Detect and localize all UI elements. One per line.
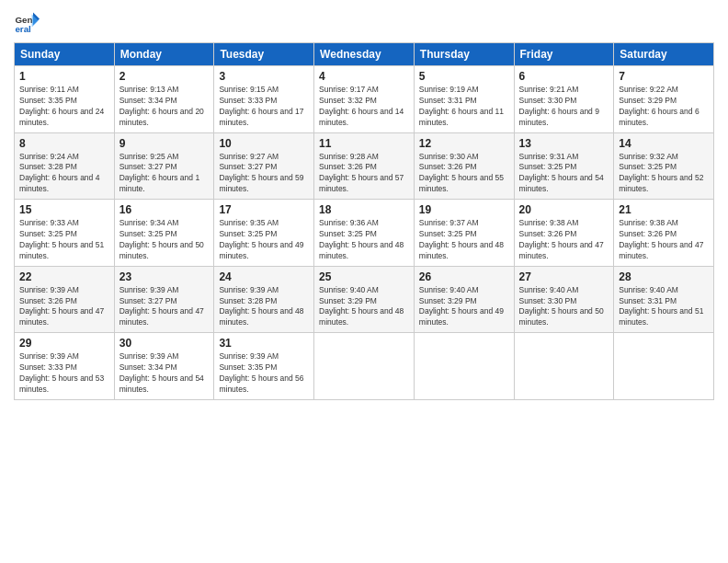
day-number: 2: [119, 70, 210, 83]
day-number: 31: [219, 337, 309, 350]
calendar-cell: [414, 333, 514, 400]
calendar-week-row: 22 Sunrise: 9:39 AM Sunset: 3:26 PM Dayl…: [15, 266, 714, 333]
day-number: 1: [19, 70, 109, 83]
calendar-cell: 27 Sunrise: 9:40 AM Sunset: 3:30 PM Dayl…: [514, 266, 614, 333]
day-number: 23: [119, 270, 210, 283]
logo: Gen eral: [14, 9, 43, 35]
calendar-cell: 6 Sunrise: 9:21 AM Sunset: 3:30 PM Dayli…: [514, 66, 614, 133]
day-number: 30: [119, 337, 210, 350]
day-number: 11: [319, 137, 409, 150]
day-header-monday: Monday: [114, 43, 214, 66]
day-number: 3: [219, 70, 309, 83]
day-info: Sunrise: 9:40 AM Sunset: 3:29 PM Dayligh…: [419, 285, 509, 329]
day-number: 26: [419, 270, 509, 283]
day-info: Sunrise: 9:39 AM Sunset: 3:33 PM Dayligh…: [19, 351, 109, 396]
calendar-cell: 24 Sunrise: 9:39 AM Sunset: 3:28 PM Dayl…: [214, 266, 314, 333]
calendar-cell: 25 Sunrise: 9:40 AM Sunset: 3:29 PM Dayl…: [314, 266, 415, 333]
calendar-cell: 22 Sunrise: 9:39 AM Sunset: 3:26 PM Dayl…: [15, 266, 115, 333]
calendar-cell: 3 Sunrise: 9:15 AM Sunset: 3:33 PM Dayli…: [214, 66, 314, 133]
day-info: Sunrise: 9:13 AM Sunset: 3:34 PM Dayligh…: [119, 85, 210, 129]
calendar-cell: 26 Sunrise: 9:40 AM Sunset: 3:29 PM Dayl…: [414, 266, 514, 333]
day-number: 27: [519, 270, 609, 283]
calendar-table: SundayMondayTuesdayWednesdayThursdayFrid…: [14, 42, 714, 400]
logo-icon: Gen eral: [14, 9, 40, 35]
calendar-cell: 8 Sunrise: 9:24 AM Sunset: 3:28 PM Dayli…: [15, 132, 115, 200]
calendar-cell: 31 Sunrise: 9:39 AM Sunset: 3:35 PM Dayl…: [214, 333, 314, 400]
day-number: 9: [119, 137, 210, 150]
day-info: Sunrise: 9:37 AM Sunset: 3:25 PM Dayligh…: [419, 218, 509, 262]
day-info: Sunrise: 9:25 AM Sunset: 3:27 PM Dayligh…: [119, 152, 210, 196]
calendar-week-row: 1 Sunrise: 9:11 AM Sunset: 3:35 PM Dayli…: [15, 66, 714, 133]
calendar-cell: 7 Sunrise: 9:22 AM Sunset: 3:29 PM Dayli…: [614, 66, 714, 133]
day-info: Sunrise: 9:24 AM Sunset: 3:28 PM Dayligh…: [19, 152, 109, 196]
calendar-week-row: 15 Sunrise: 9:33 AM Sunset: 3:25 PM Dayl…: [15, 200, 714, 267]
day-info: Sunrise: 9:39 AM Sunset: 3:27 PM Dayligh…: [119, 285, 210, 329]
day-info: Sunrise: 9:39 AM Sunset: 3:26 PM Dayligh…: [19, 285, 109, 329]
calendar-cell: 4 Sunrise: 9:17 AM Sunset: 3:32 PM Dayli…: [314, 66, 415, 133]
calendar-cell: 20 Sunrise: 9:38 AM Sunset: 3:26 PM Dayl…: [514, 200, 614, 267]
day-info: Sunrise: 9:38 AM Sunset: 3:26 PM Dayligh…: [619, 218, 709, 262]
calendar-cell: 19 Sunrise: 9:37 AM Sunset: 3:25 PM Dayl…: [414, 200, 514, 267]
calendar-cell: 5 Sunrise: 9:19 AM Sunset: 3:31 PM Dayli…: [414, 66, 514, 133]
calendar-cell: 15 Sunrise: 9:33 AM Sunset: 3:25 PM Dayl…: [15, 200, 115, 267]
day-header-wednesday: Wednesday: [314, 43, 415, 66]
calendar-cell: 10 Sunrise: 9:27 AM Sunset: 3:27 PM Dayl…: [214, 132, 314, 200]
day-header-friday: Friday: [514, 43, 614, 66]
day-number: 21: [619, 203, 709, 216]
day-number: 5: [419, 70, 509, 83]
day-info: Sunrise: 9:27 AM Sunset: 3:27 PM Dayligh…: [219, 152, 309, 196]
day-info: Sunrise: 9:21 AM Sunset: 3:30 PM Dayligh…: [519, 85, 609, 129]
day-number: 25: [319, 270, 409, 283]
day-info: Sunrise: 9:39 AM Sunset: 3:35 PM Dayligh…: [219, 351, 309, 396]
day-number: 4: [319, 70, 409, 83]
day-number: 17: [219, 203, 309, 216]
calendar-cell: [514, 333, 614, 400]
calendar-cell: 21 Sunrise: 9:38 AM Sunset: 3:26 PM Dayl…: [614, 200, 714, 267]
calendar-cell: 9 Sunrise: 9:25 AM Sunset: 3:27 PM Dayli…: [114, 132, 214, 200]
day-number: 29: [19, 337, 109, 350]
day-info: Sunrise: 9:35 AM Sunset: 3:25 PM Dayligh…: [219, 218, 309, 262]
day-info: Sunrise: 9:38 AM Sunset: 3:26 PM Dayligh…: [519, 218, 609, 262]
day-info: Sunrise: 9:30 AM Sunset: 3:26 PM Dayligh…: [419, 152, 509, 196]
calendar-cell: 23 Sunrise: 9:39 AM Sunset: 3:27 PM Dayl…: [114, 266, 214, 333]
day-info: Sunrise: 9:36 AM Sunset: 3:25 PM Dayligh…: [319, 218, 409, 262]
day-number: 28: [619, 270, 709, 283]
day-info: Sunrise: 9:33 AM Sunset: 3:25 PM Dayligh…: [19, 218, 109, 262]
day-info: Sunrise: 9:17 AM Sunset: 3:32 PM Dayligh…: [319, 85, 409, 129]
day-number: 6: [519, 70, 609, 83]
calendar-cell: 11 Sunrise: 9:28 AM Sunset: 3:26 PM Dayl…: [314, 132, 415, 200]
calendar-cell: 18 Sunrise: 9:36 AM Sunset: 3:25 PM Dayl…: [314, 200, 415, 267]
day-info: Sunrise: 9:28 AM Sunset: 3:26 PM Dayligh…: [319, 152, 409, 196]
day-info: Sunrise: 9:39 AM Sunset: 3:28 PM Dayligh…: [219, 285, 309, 329]
day-number: 13: [519, 137, 609, 150]
calendar-cell: [614, 333, 714, 400]
day-info: Sunrise: 9:40 AM Sunset: 3:29 PM Dayligh…: [319, 285, 409, 329]
day-info: Sunrise: 9:31 AM Sunset: 3:25 PM Dayligh…: [519, 152, 609, 196]
day-number: 8: [19, 137, 109, 150]
day-info: Sunrise: 9:11 AM Sunset: 3:35 PM Dayligh…: [19, 85, 109, 129]
day-info: Sunrise: 9:39 AM Sunset: 3:34 PM Dayligh…: [119, 351, 210, 396]
calendar-cell: 12 Sunrise: 9:30 AM Sunset: 3:26 PM Dayl…: [414, 132, 514, 200]
day-info: Sunrise: 9:32 AM Sunset: 3:25 PM Dayligh…: [619, 152, 709, 196]
day-info: Sunrise: 9:22 AM Sunset: 3:29 PM Dayligh…: [619, 85, 709, 129]
day-info: Sunrise: 9:40 AM Sunset: 3:31 PM Dayligh…: [619, 285, 709, 329]
page-header: Gen eral: [14, 9, 714, 35]
calendar-cell: 16 Sunrise: 9:34 AM Sunset: 3:25 PM Dayl…: [114, 200, 214, 267]
calendar-cell: [314, 333, 415, 400]
day-header-tuesday: Tuesday: [214, 43, 314, 66]
calendar-cell: 2 Sunrise: 9:13 AM Sunset: 3:34 PM Dayli…: [114, 66, 214, 133]
svg-text:eral: eral: [15, 24, 31, 34]
day-info: Sunrise: 9:34 AM Sunset: 3:25 PM Dayligh…: [119, 218, 210, 262]
day-header-saturday: Saturday: [614, 43, 714, 66]
day-number: 20: [519, 203, 609, 216]
day-number: 12: [419, 137, 509, 150]
calendar-header-row: SundayMondayTuesdayWednesdayThursdayFrid…: [15, 43, 714, 66]
calendar-week-row: 8 Sunrise: 9:24 AM Sunset: 3:28 PM Dayli…: [15, 132, 714, 200]
day-number: 14: [619, 137, 709, 150]
day-info: Sunrise: 9:40 AM Sunset: 3:30 PM Dayligh…: [519, 285, 609, 329]
day-header-thursday: Thursday: [414, 43, 514, 66]
day-info: Sunrise: 9:19 AM Sunset: 3:31 PM Dayligh…: [419, 85, 509, 129]
day-info: Sunrise: 9:15 AM Sunset: 3:33 PM Dayligh…: [219, 85, 309, 129]
calendar-cell: 13 Sunrise: 9:31 AM Sunset: 3:25 PM Dayl…: [514, 132, 614, 200]
day-number: 18: [319, 203, 409, 216]
